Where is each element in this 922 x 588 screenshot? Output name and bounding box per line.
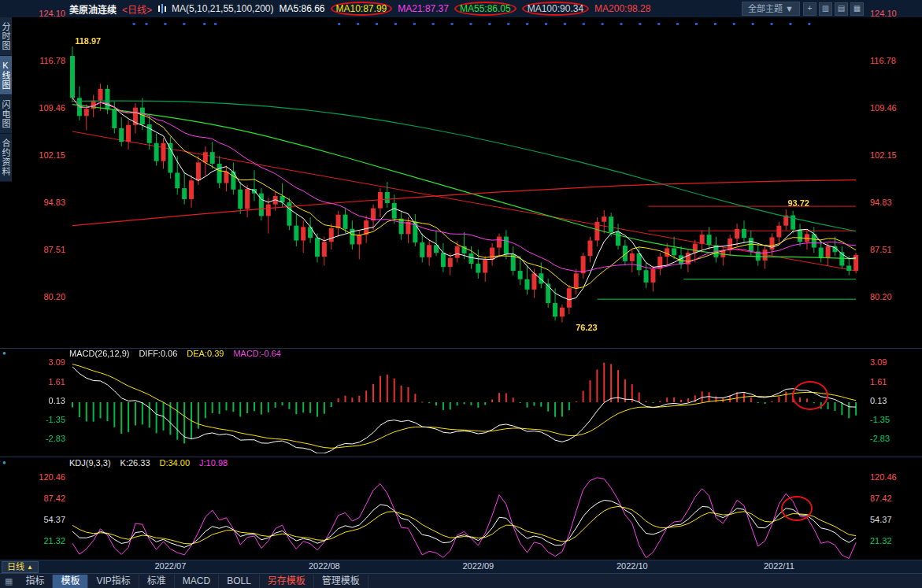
mini-kline-icon [157, 4, 166, 13]
window-controls: +▥▤▦ [803, 2, 864, 16]
topbar-controls: 全部主题 ▼ +▥▤▦ [742, 2, 864, 16]
kdj-header: KDJ(9,3,3) K:26.33 D:34.00 J:10.98 [69, 458, 228, 468]
price-axis-label: 116.78 [0, 55, 65, 66]
price-axis-label: 102.15 [0, 150, 65, 161]
date-label: 2022/10 [612, 561, 653, 571]
kdj-title: KDJ(9,3,3) [69, 458, 111, 468]
price-axis-label: 94.83 [870, 197, 917, 208]
theme-dropdown[interactable]: 全部主题 ▼ [742, 2, 800, 16]
price-axis-label: 109.46 [0, 102, 65, 113]
kdj-chart[interactable] [68, 469, 868, 559]
split-columns-icon[interactable]: ▥ [819, 2, 832, 16]
period-selector-tab[interactable]: 日线 ▲ [2, 561, 39, 573]
period-tag: <日线> [122, 2, 152, 16]
main-candlestick-chart[interactable] [68, 17, 868, 348]
panel-divider [0, 457, 922, 457]
ma-params-label: MA(5,10,21,55,100,200) [172, 3, 273, 14]
toolbar-item-save-template[interactable]: 另存模板 [260, 575, 314, 588]
kdj-j-value: J:10.98 [199, 458, 228, 468]
date-label: 2022/08 [304, 561, 345, 571]
top-bar: 美原油连续 <日线> MA(5,10,21,55,100,200) MA5:86… [0, 0, 922, 17]
macd-diff-value: DIFF:0.06 [139, 349, 177, 358]
macd-axis-label: -1.35 [0, 414, 65, 425]
macd-highlight-circle [792, 381, 828, 410]
ma100-value: MA100:90.34 [522, 2, 589, 16]
kdj-axis-label: 87.42 [0, 493, 65, 504]
toolbar-item-templates[interactable]: 模板 [53, 575, 88, 588]
macd-axis-label: 1.61 [870, 376, 917, 387]
toolbar-item-boll[interactable]: BOLL [219, 575, 260, 588]
macd-header: MACD(26,12,9) DIFF:0.06 DEA:0.39 MACD:-0… [69, 349, 281, 358]
macd-panel-icon[interactable]: ● [2, 349, 6, 357]
date-label: 2022/09 [457, 561, 498, 571]
macd-axis-label: 3.09 [0, 357, 65, 368]
price-axis-label: 87.51 [870, 244, 917, 255]
kdj-axis-label: 21.32 [0, 535, 65, 546]
price-axis-label: 94.83 [0, 197, 65, 208]
macd-axis-label: -2.83 [870, 433, 917, 444]
price-marker: 93.72 [787, 198, 809, 208]
macd-axis-label: -2.83 [0, 433, 65, 444]
toolbar-item-standard[interactable]: 标准 [139, 575, 175, 588]
futures-charting-app: 美原油连续 <日线> MA(5,10,21,55,100,200) MA5:86… [0, 0, 922, 588]
theme-dropdown-label: 全部主题 ▼ [748, 4, 794, 13]
date-label: 2022/11 [758, 561, 799, 571]
kdj-highlight-circle [781, 496, 813, 521]
ma55-value: MA55:86.05 [454, 2, 517, 16]
period-label: 日线 [7, 562, 24, 572]
macd-chart[interactable] [68, 354, 868, 453]
price-axis-label: 124.10 [870, 8, 917, 19]
sidebar-item-time-share[interactable]: 分时图 [0, 17, 12, 56]
kdj-axis-label: 54.37 [870, 514, 917, 525]
kdj-axis-label: 21.32 [870, 535, 917, 546]
ma200-value: MA200:98.28 [594, 3, 650, 14]
kdj-axis-label: 87.42 [870, 493, 917, 504]
price-axis-label: 116.78 [870, 55, 917, 66]
ma10-value: MA10:87.99 [331, 2, 393, 16]
date-label: 2022/07 [150, 561, 191, 571]
sidebar-item-flash[interactable]: 闪电图 [0, 95, 12, 134]
macd-axis-label: 3.09 [870, 357, 917, 368]
toolbar-item-vip-indicators[interactable]: VIP指标 [88, 575, 139, 588]
price-axis-label: 109.46 [870, 102, 917, 113]
ma21-value: MA21:87.37 [398, 3, 449, 14]
kdj-k-value: K:26.33 [120, 458, 150, 468]
macd-axis-label: 1.61 [0, 376, 65, 387]
macd-dea-value: DEA:0.39 [187, 349, 224, 358]
macd-axis-label: 0.13 [870, 395, 917, 406]
kdj-axis-label: 120.46 [0, 472, 65, 483]
kdj-axis-label: 120.46 [870, 472, 917, 483]
kdj-axis-label: 54.37 [0, 514, 65, 525]
toolbar-item-indicators[interactable]: 指标 [17, 575, 53, 588]
price-axis-label: 80.20 [0, 291, 65, 302]
macd-axis-label: -1.35 [870, 414, 917, 425]
toolbar-item-manage-template[interactable]: 管理模板 [314, 575, 368, 588]
price-marker: 118.97 [75, 36, 101, 46]
ma-values: MA5:86.66MA10:87.99MA21:87.37MA55:86.05M… [279, 2, 650, 16]
price-marker: 76.23 [576, 323, 598, 332]
grid-layout-icon[interactable]: ▦ [850, 2, 864, 16]
toolbar-menu-icon[interactable]: ▦ [0, 576, 17, 586]
toolbar-items: 指标模板VIP指标标准MACDBOLL另存模板管理模板 [17, 575, 368, 588]
period-arrow-icon: ▲ [27, 562, 33, 572]
macd-value: MACD:-0.64 [233, 349, 281, 358]
price-axis-label: 80.20 [870, 291, 917, 302]
price-axis-label: 87.51 [0, 244, 65, 255]
bottom-toolbar: ▦ 指标模板VIP指标标准MACDBOLL另存模板管理模板 [0, 573, 922, 588]
instrument-title: 美原油连续 [69, 2, 117, 16]
macd-title: MACD(26,12,9) [69, 349, 129, 358]
macd-axis-label: 0.13 [0, 395, 65, 406]
toolbar-item-macd[interactable]: MACD [175, 575, 219, 588]
chart-title-bar: 美原油连续 <日线> MA(5,10,21,55,100,200) MA5:86… [69, 0, 650, 17]
price-axis-label: 102.15 [870, 150, 917, 161]
split-rows-icon[interactable]: ▤ [835, 2, 848, 16]
kdj-d-value: D:34.00 [160, 458, 191, 468]
kdj-panel-icon[interactable]: ● [2, 459, 6, 466]
crosshair-icon[interactable]: + [803, 2, 816, 16]
price-axis-label: 124.10 [0, 8, 65, 19]
ma5-value: MA5:86.66 [279, 3, 324, 14]
